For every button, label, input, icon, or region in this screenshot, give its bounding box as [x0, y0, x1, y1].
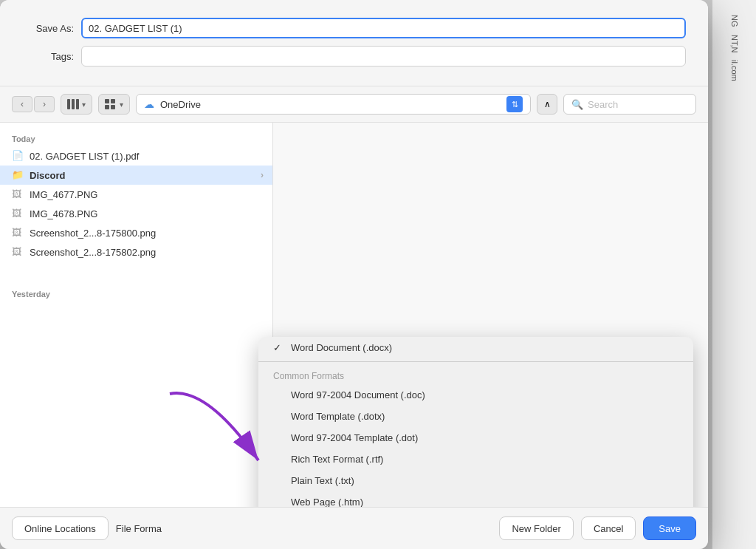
file-name: Screenshot_2...8-175800.png	[30, 228, 156, 239]
save-as-row: Save As:	[22, 18, 686, 38]
location-label: OneDrive	[160, 99, 201, 110]
tags-row: Tags:	[22, 46, 686, 67]
dropdown-item-htm[interactable]: Web Page (.htm)	[258, 491, 693, 507]
back-button[interactable]: ‹	[12, 96, 32, 112]
file-name: IMG_4677.PNG	[30, 189, 98, 200]
yesterday-header: Yesterday	[0, 284, 272, 301]
search-placeholder: Search	[588, 99, 618, 110]
save-dialog: Save As: Tags: ‹ › ▾	[0, 0, 708, 549]
right-panel-text-1: NG	[730, 15, 739, 27]
forward-button[interactable]: ›	[34, 96, 55, 112]
svg-rect-2	[76, 99, 79, 109]
nav-group: ‹ ›	[12, 96, 55, 112]
dropdown-item-txt[interactable]: Plain Text (.txt)	[258, 470, 693, 491]
chevron-right-icon: ›	[261, 170, 264, 180]
file-name: IMG_4678.PNG	[30, 208, 98, 219]
dropdown-item-dotx[interactable]: Word Template (.dotx)	[258, 406, 693, 427]
svg-rect-0	[67, 99, 70, 109]
dialog-body: Today 📄 02. GADGET LIST (1).pdf 📁 Discor…	[0, 123, 708, 507]
columns-chevron: ▾	[82, 100, 86, 109]
location-picker[interactable]: ☁ OneDrive ⇅	[136, 94, 531, 115]
location-arrows: ⇅	[506, 96, 523, 112]
dropdown-item-dot[interactable]: Word 97-2004 Template (.dot)	[258, 427, 693, 449]
dropdown-item-label: Web Page (.htm)	[291, 497, 363, 507]
view-columns-button[interactable]: ▾	[61, 94, 92, 115]
search-icon: 🔍	[571, 99, 583, 110]
svg-rect-5	[105, 105, 109, 109]
file-name: 02. GADGET LIST (1).pdf	[30, 151, 139, 162]
list-item[interactable]: 📄 02. GADGET LIST (1).pdf	[0, 146, 272, 166]
dropdown-item-label: Word 97-2004 Template (.dot)	[291, 432, 418, 443]
list-item[interactable]: 🖼 IMG_4677.PNG	[0, 185, 272, 204]
online-locations-button[interactable]: Online Locations	[12, 516, 109, 540]
list-item[interactable]: 🖼 Screenshot_2...8-175802.png	[0, 242, 272, 262]
save-as-input[interactable]	[81, 18, 686, 38]
dropdown-item-label: Plain Text (.txt)	[291, 475, 354, 486]
expand-button[interactable]: ∧	[537, 94, 557, 115]
svg-rect-3	[105, 99, 109, 103]
grid-icon	[105, 99, 117, 109]
format-dropdown: ✓ Word Document (.docx) Common Formats W…	[258, 337, 693, 507]
image-icon: 🖼	[12, 246, 24, 258]
expand-icon: ∧	[544, 99, 551, 109]
columns-icon	[67, 99, 79, 109]
save-as-label: Save As:	[22, 23, 74, 34]
list-item[interactable]: 🖼 IMG_4678.PNG	[0, 204, 272, 223]
dropdown-item-docx[interactable]: ✓ Word Document (.docx)	[258, 337, 693, 358]
dropdown-item-label: Word 97-2004 Document (.doc)	[291, 389, 425, 400]
right-panel-text-3: il.com	[730, 60, 739, 81]
list-item[interactable]: 📁 Discord ›	[0, 166, 272, 185]
right-panel: NG NT,N il.com	[712, 0, 756, 549]
svg-rect-4	[111, 99, 115, 103]
image-icon: 🖼	[12, 188, 24, 200]
grid-chevron: ▾	[120, 100, 123, 109]
dialog-footer: Online Locations File Forma New Folder C…	[0, 507, 708, 549]
image-icon: 🖼	[12, 208, 24, 219]
dropdown-item-doc[interactable]: Word 97-2004 Document (.doc)	[258, 384, 693, 406]
cancel-button[interactable]: Cancel	[581, 516, 636, 540]
folder-icon: 📁	[12, 169, 24, 181]
search-box[interactable]: 🔍 Search	[563, 94, 696, 115]
dropdown-item-rtf[interactable]: Rich Text Format (.rtf)	[258, 449, 693, 470]
common-formats-label: Common Formats	[258, 365, 693, 384]
dropdown-item-label: Word Document (.docx)	[291, 342, 392, 353]
right-panel-text-2: NT,N	[730, 35, 739, 52]
list-item[interactable]: 🖼 Screenshot_2...8-175800.png	[0, 223, 272, 242]
separator	[258, 361, 693, 362]
image-icon: 🖼	[12, 227, 24, 239]
checkmark-icon: ✓	[273, 342, 285, 353]
svg-rect-1	[72, 99, 75, 109]
toolbar: ‹ › ▾ ▾ ☁ OneDrive	[0, 86, 708, 123]
view-grid-button[interactable]: ▾	[98, 94, 130, 115]
cloud-icon: ☁	[144, 98, 154, 110]
pdf-icon: 📄	[12, 150, 24, 162]
file-name: Discord	[30, 170, 65, 181]
dropdown-item-label: Word Template (.dotx)	[291, 411, 385, 422]
save-button[interactable]: Save	[643, 516, 696, 540]
new-folder-button[interactable]: New Folder	[499, 516, 573, 540]
file-list: Today 📄 02. GADGET LIST (1).pdf 📁 Discor…	[0, 123, 273, 507]
tags-label: Tags:	[22, 51, 74, 62]
dialog-header: Save As: Tags:	[0, 0, 708, 86]
forward-icon: ›	[43, 99, 46, 109]
dropdown-item-label: Rich Text Format (.rtf)	[291, 454, 383, 465]
back-icon: ‹	[21, 99, 24, 109]
today-header: Today	[0, 129, 272, 146]
tags-input[interactable]	[81, 46, 686, 67]
svg-rect-6	[111, 105, 115, 109]
file-name: Screenshot_2...8-175802.png	[30, 247, 156, 258]
file-format-label: File Forma	[116, 523, 492, 534]
